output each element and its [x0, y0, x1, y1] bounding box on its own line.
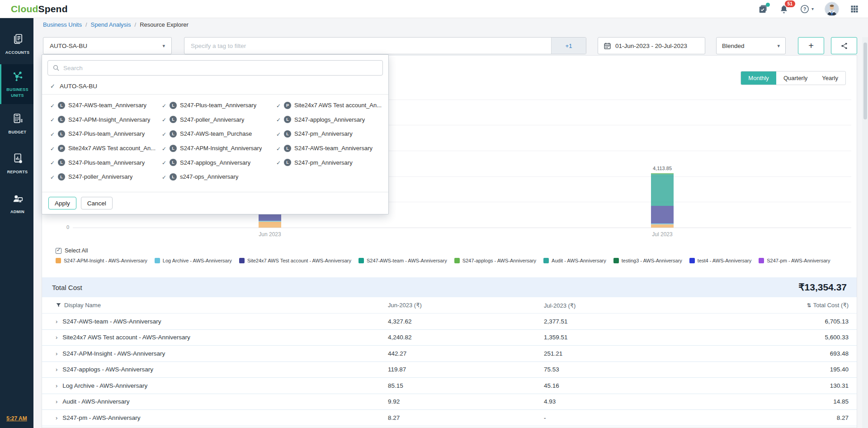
chevron-right-icon[interactable]	[56, 350, 57, 357]
tag-option-s247-plus-team-anniversary[interactable]: LS247-Plus-team_Anniversary	[47, 127, 158, 141]
tag-option-site24x7-aws-test-account-an[interactable]: PSite24x7 AWS Test account_An...	[273, 98, 384, 113]
filter-funnel-icon[interactable]	[56, 302, 61, 308]
chevron-right-icon[interactable]	[56, 382, 57, 389]
apps-grid-icon[interactable]	[850, 5, 859, 14]
tag-options-grid: LS247-AWS-team_AnniversaryLS247-Plus-tea…	[42, 95, 388, 185]
business-unit-select[interactable]: AUTO-SA-BU	[43, 37, 172, 54]
tag-option-s247-aws-team-anniversary[interactable]: LS247-AWS-team_Anniversary	[47, 98, 158, 113]
column-total-cost[interactable]: Total Cost (₹)	[813, 302, 849, 309]
tag-option-site24x7-aws-test-account-an[interactable]: PSite24x7 AWS Test account_An...	[47, 141, 158, 156]
bar-segment-s247-apm-insight-aws-anniversary[interactable]	[651, 224, 674, 228]
help-icon[interactable]: ?	[800, 4, 814, 14]
legend-swatch	[56, 258, 61, 263]
bar-segment-site24x7-aws-test-account-aws-anniversary[interactable]	[651, 206, 674, 224]
tag-filter-input[interactable]	[184, 38, 551, 54]
cancel-button[interactable]: Cancel	[81, 197, 113, 209]
app-logo[interactable]: CloudSpend	[11, 4, 68, 14]
avatar[interactable]	[825, 2, 839, 16]
business-unit-selected-value: AUTO-SA-BU	[50, 43, 87, 49]
legend-item-s247-pm-aws-anniversary[interactable]: S247-pm - AWS-Anniversary	[759, 258, 830, 263]
sidebar-item-accounts[interactable]: ACCOUNTS	[0, 24, 33, 64]
legend-item-s247-aws-team-aws-anniversary[interactable]: S247-AWS-team - AWS-Anniversary	[359, 258, 447, 263]
sort-icon[interactable]	[807, 302, 813, 309]
legend-label: test4 - AWS-Anniversary	[698, 258, 751, 263]
select-all-checkbox[interactable]	[56, 248, 61, 254]
column-display-name[interactable]: Display Name	[64, 302, 101, 309]
bar-segment-s247-apm-insight-aws-anniversary[interactable]	[259, 222, 281, 228]
tag-option-s247-aws-team-anniversary[interactable]: LS247-AWS-team_Anniversary	[273, 141, 384, 156]
more-filters-chip[interactable]: +1	[551, 38, 586, 54]
notification-count-badge[interactable]: 51	[785, 0, 795, 7]
dropdown-search-input[interactable]	[63, 65, 378, 71]
reports-icon	[12, 152, 24, 166]
tag-filter-dropdown: AUTO-SA-BU LS247-AWS-team_AnniversaryLS2…	[42, 54, 389, 214]
check-icon	[162, 115, 166, 124]
legend-item-testing3-aws-anniversary[interactable]: testing3 - AWS-Anniversary	[613, 258, 682, 263]
chevron-right-icon[interactable]	[56, 414, 57, 421]
table-row-audit-aws-anniversary[interactable]: Audit - AWS-Anniversary9.924.9314.85	[42, 394, 857, 410]
sidebar-clock[interactable]: 5:27 AM	[0, 415, 33, 422]
row-name-text: S247-applogs - AWS-Anniversary	[62, 366, 153, 373]
chevron-right-icon[interactable]	[56, 398, 57, 405]
row-total-value: 6,705.13	[693, 318, 849, 325]
bar-segment-s247-aws-team-aws-anniversary[interactable]	[651, 174, 674, 205]
breadcrumb-spend-analysis[interactable]: Spend Analysis	[91, 21, 131, 28]
column-jul-2023[interactable]: Jul-2023 (₹)	[544, 297, 576, 314]
legend-item-site24x7-aws-test-account-aws-anniversary[interactable]: Site24x7 AWS Test account - AWS-Annivers…	[239, 258, 351, 263]
legend-item-s247-applogs-aws-anniversary[interactable]: S247-applogs - AWS-Anniversary	[454, 258, 536, 263]
logo-spend: Spend	[38, 4, 67, 14]
tag-option-s247-applogs-anniversary[interactable]: LS247-applogs_Anniversary	[273, 113, 384, 127]
add-button[interactable]: +	[798, 37, 824, 54]
tag-option-s247-plus-team-anniversary[interactable]: LS247-Plus-team_Anniversary	[47, 155, 158, 170]
legend-item-s247-apm-insight-aws-anniversary[interactable]: S247-APM-Insight - AWS-Anniversary	[56, 258, 147, 263]
cost-type-select[interactable]: Blended	[716, 37, 786, 54]
column-jun-2023[interactable]: Jun-2023 (₹)	[388, 302, 544, 309]
tag-option-s247-pm-anniversary[interactable]: LS247-pm_Anniversary	[273, 127, 384, 141]
table-row-s247-applogs-aws-anniversary[interactable]: S247-applogs - AWS-Anniversary119.8775.5…	[42, 362, 857, 378]
tag-option-s247-plus-team-anniversary[interactable]: LS247-Plus-team_Anniversary	[158, 98, 273, 113]
apply-button[interactable]: Apply	[48, 197, 76, 209]
legend-select-all[interactable]: Select All	[56, 247, 88, 254]
chevron-right-icon[interactable]	[56, 366, 57, 373]
sidebar-item-budget[interactable]: BUDGET	[0, 104, 33, 144]
tag-option-s247-applogs-anniversary[interactable]: LS247-applogs_Anniversary	[158, 155, 273, 170]
stacked-bar-jul-2023[interactable]	[651, 173, 674, 228]
table-row-s247-pm-aws-anniversary[interactable]: S247-pm - AWS-Anniversary8.27-8.27	[42, 410, 857, 426]
tasks-icon[interactable]	[758, 4, 768, 14]
row-jun-value: 85.15	[388, 382, 544, 389]
tag-option-s247-ops-anniversary[interactable]: Ls247-ops_Anniversary	[158, 170, 273, 184]
dropdown-group-auto-sa-bu[interactable]: AUTO-SA-BU	[42, 78, 388, 95]
breadcrumb-business-units[interactable]: Business Units	[43, 21, 82, 28]
legend-item-log-archive-aws-anniversary[interactable]: Log Archive - AWS-Anniversary	[155, 258, 232, 263]
sidebar-item-business-units[interactable]: BUSINESS UNITS	[0, 64, 33, 104]
tag-option-s247-apm-insight-anniversary[interactable]: LS247-APM-Insight_Anniversary	[47, 113, 158, 127]
scrollbar-track[interactable]	[862, 37, 868, 428]
date-range-picker[interactable]: 01-Jun-2023 - 20-Jul-2023	[598, 37, 705, 54]
table-row-s247-aws-team-aws-anniversary[interactable]: S247-AWS-team - AWS-Anniversary4,327.622…	[42, 314, 857, 330]
row-values-wrap: 4,327.622,377.516,705.13	[388, 318, 849, 325]
legend-item-test4-aws-anniversary[interactable]: test4 - AWS-Anniversary	[689, 258, 751, 263]
tag-option-label: S247-APM-Insight_Anniversary	[180, 145, 262, 152]
share-button[interactable]	[831, 37, 857, 54]
table-row-site24x7-aws-test-account-aws-anniversary[interactable]: Site24x7 AWS Test account - AWS-Annivers…	[42, 330, 857, 346]
tag-option-s247-poller-anniversary[interactable]: LS247-poller_Anniversary	[47, 170, 158, 184]
tasks-status-dot	[766, 3, 770, 7]
check-icon	[162, 173, 166, 181]
tag-option-s247-aws-team-purchase[interactable]: LS247-AWS-team_Purchase	[158, 127, 273, 141]
table-row-s247-apm-insight-aws-anniversary[interactable]: S247-APM-Insight - AWS-Anniversary442.27…	[42, 346, 857, 362]
chevron-right-icon[interactable]	[56, 318, 57, 325]
logo-cloud: Cloud	[11, 4, 38, 14]
row-values-wrap: 85.1545.16130.31	[388, 382, 849, 389]
sidebar-item-admin[interactable]: ADMIN	[0, 184, 33, 224]
notifications-bell-icon[interactable]: 51	[779, 4, 789, 14]
legend-item-audit-aws-anniversary[interactable]: Audit - AWS-Anniversary	[543, 258, 606, 263]
tag-option-label: s247-ops_Anniversary	[180, 173, 238, 180]
sidebar-item-reports[interactable]: REPORTS	[0, 144, 33, 184]
scrollbar-thumb[interactable]	[863, 43, 867, 119]
tag-option-s247-apm-insight-anniversary[interactable]: LS247-APM-Insight_Anniversary	[158, 141, 273, 156]
tag-option-s247-poller-anniversary[interactable]: LS247-poller_Anniversary	[158, 113, 273, 127]
chevron-right-icon[interactable]	[56, 334, 57, 341]
tag-option-s247-pm-anniversary[interactable]: LS247-pm_Anniversary	[273, 155, 384, 170]
table-row-log-archive-aws-anniversary[interactable]: Log Archive - AWS-Anniversary85.1545.161…	[42, 378, 857, 394]
total-cost-label: Total Cost	[52, 284, 82, 291]
